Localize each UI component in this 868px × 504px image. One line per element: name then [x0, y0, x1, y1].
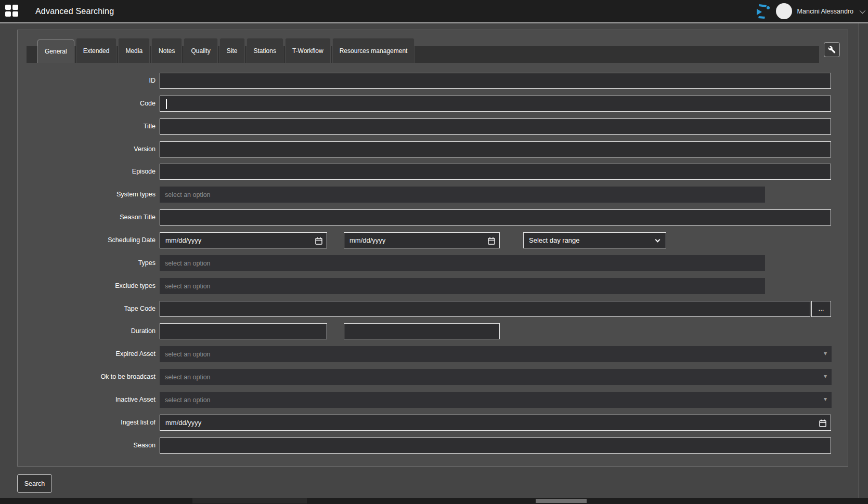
dropdown-arrow-icon: ▾	[824, 373, 827, 379]
field-label-version: Version	[18, 141, 156, 157]
calendar-icon[interactable]	[819, 419, 826, 427]
field-inactive-asset-dropdown[interactable]: select an option▾	[160, 392, 832, 408]
field-duration-to	[344, 323, 500, 339]
field-label-duration: Duration	[18, 323, 156, 339]
placeholder-text: select an option	[165, 283, 211, 290]
placeholder-text: select an option	[165, 260, 211, 267]
text-caret	[166, 99, 167, 109]
field-system-types-multiselect[interactable]: select an option	[160, 187, 765, 203]
field-label-ok-to-be-broadcast: Ok to be broadcast	[18, 369, 156, 385]
field-label-ingest-list-of: Ingest list of	[18, 415, 156, 431]
tab-extended[interactable]: Extended	[76, 38, 117, 63]
tab-general[interactable]: General	[37, 39, 74, 63]
title-input[interactable]	[165, 123, 825, 130]
user-menu[interactable]: Mancini Alessandro	[755, 0, 864, 22]
field-ok-to-be-broadcast-dropdown[interactable]: select an option▾	[160, 369, 832, 385]
day-range-select[interactable]: Select day range	[523, 232, 666, 248]
dropdown-arrow-icon: ▾	[824, 396, 827, 402]
form-row-system-types: System typesselect an option	[18, 187, 848, 203]
bottom-strip-segment	[192, 498, 307, 503]
field-season	[160, 437, 831, 454]
code-input[interactable]	[165, 100, 825, 108]
tape-code-input[interactable]	[165, 305, 805, 313]
tab-notes[interactable]: Notes	[151, 38, 182, 63]
field-scheduling-date-to	[344, 232, 500, 248]
field-duration-from	[160, 323, 327, 339]
season-title-input[interactable]	[165, 214, 825, 221]
version-input[interactable]	[165, 145, 825, 153]
wrench-icon	[828, 46, 836, 54]
tab-site[interactable]: Site	[219, 38, 245, 63]
field-label-scheduling-date: Scheduling Date	[18, 232, 156, 248]
day-range-value: Select day range	[529, 236, 580, 244]
placeholder-text: select an option	[165, 191, 211, 198]
form-row-duration: Duration	[18, 323, 848, 339]
field-types-multiselect[interactable]: select an option	[160, 255, 765, 271]
field-code	[160, 96, 831, 112]
field-label-types: Types	[18, 255, 156, 271]
app-grid-icon[interactable]	[5, 5, 18, 17]
field-exclude-types-multiselect[interactable]: select an option	[160, 278, 765, 294]
duration-to-input[interactable]	[349, 327, 494, 335]
scheduling-date-to-input[interactable]	[349, 236, 494, 244]
field-version	[160, 141, 831, 157]
tab-bar: GeneralExtendedMediaNotesQualitySiteStat…	[37, 38, 416, 63]
user-name[interactable]: Mancini Alessandro	[797, 8, 853, 15]
field-title	[160, 118, 831, 135]
field-expired-asset-dropdown[interactable]: select an option▾	[160, 346, 832, 362]
grid-square	[5, 11, 11, 17]
form-row-code: Code	[18, 96, 848, 112]
search-button[interactable]: Search	[17, 474, 52, 493]
grid-square	[5, 5, 11, 10]
placeholder-text: select an option	[165, 396, 211, 404]
field-label-season: Season	[18, 437, 156, 454]
form-row-episode: Episode	[18, 164, 848, 180]
season-input[interactable]	[165, 442, 825, 449]
field-label-episode: Episode	[18, 164, 156, 180]
avatar[interactable]	[776, 3, 792, 19]
calendar-icon[interactable]	[315, 237, 322, 245]
placeholder-text: select an option	[165, 374, 211, 381]
field-episode	[160, 164, 831, 180]
brand-logo-icon	[755, 3, 771, 20]
grid-square	[12, 5, 18, 10]
page-title: Advanced Searching	[35, 0, 114, 22]
form-row-ok-to-be-broadcast: Ok to be broadcastselect an option▾	[18, 369, 848, 385]
form-row-tape-code: Tape Code...	[18, 301, 848, 317]
settings-wrench-button[interactable]	[824, 42, 840, 57]
form-row-expired-asset: Expired Assetselect an option▾	[18, 346, 848, 362]
advanced-search-panel: GeneralExtendedMediaNotesQualitySiteStat…	[17, 30, 848, 467]
field-label-expired-asset: Expired Asset	[18, 346, 156, 362]
episode-input[interactable]	[165, 168, 825, 176]
field-label-title: Title	[18, 118, 156, 135]
form-row-title: Title	[18, 118, 848, 135]
tab-quality[interactable]: Quality	[184, 38, 217, 63]
field-label-code: Code	[18, 96, 156, 112]
duration-from-input[interactable]	[165, 327, 321, 335]
form-row-season-title: Season Title	[18, 209, 848, 226]
chevron-down-icon	[655, 237, 660, 243]
tab-stations[interactable]: Stations	[247, 38, 283, 63]
horizontal-scrollbar-thumb[interactable]	[536, 499, 587, 503]
grid-square	[12, 11, 18, 17]
form-row-id: ID	[18, 73, 848, 89]
placeholder-text: select an option	[165, 351, 211, 358]
field-season-title	[160, 209, 831, 226]
tab-resources-management[interactable]: Resources management	[332, 38, 415, 63]
form-row-scheduling-date: Scheduling DateSelect day range	[18, 232, 848, 248]
ingest-list-of-input[interactable]	[165, 419, 825, 427]
calendar-icon[interactable]	[488, 237, 495, 245]
form-row-inactive-asset: Inactive Assetselect an option▾	[18, 392, 848, 408]
field-label-system-types: System types	[18, 187, 156, 203]
field-label-tape-code: Tape Code	[18, 301, 156, 317]
form-row-ingest-list-of: Ingest list of	[18, 415, 848, 431]
id-input[interactable]	[165, 77, 825, 85]
tab-media[interactable]: Media	[118, 38, 150, 63]
form-row-exclude-types: Exclude typesselect an option	[18, 278, 848, 294]
tape-code-browse-button[interactable]: ...	[811, 301, 831, 317]
field-scheduling-date-from	[160, 232, 327, 248]
tab-t-workflow[interactable]: T-Workflow	[285, 38, 331, 63]
scheduling-date-from-input[interactable]	[165, 236, 321, 244]
topbar-divider	[0, 22, 868, 23]
field-tape-code	[160, 301, 810, 317]
